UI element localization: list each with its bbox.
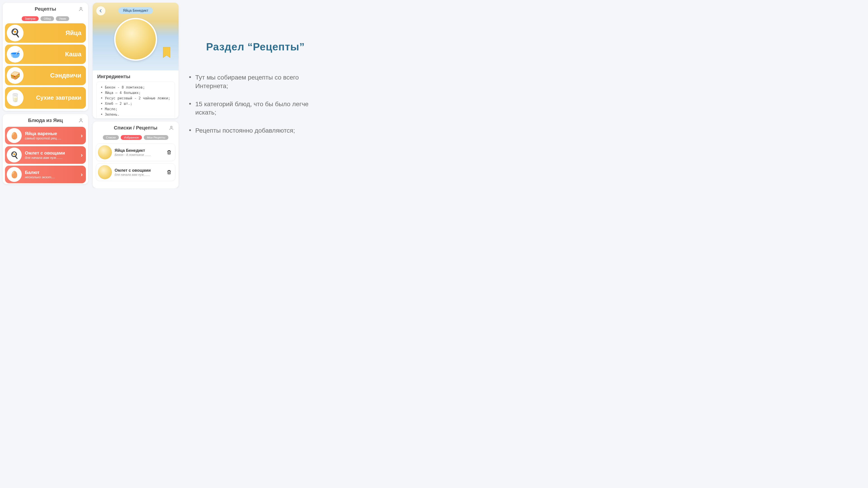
tab-lists[interactable]: Списки bbox=[103, 135, 119, 140]
ingredient-line: • Хлеб — 2 шт.; bbox=[101, 101, 170, 106]
delete-button[interactable] bbox=[166, 169, 173, 175]
section-title: Раздел “Рецепты” bbox=[188, 41, 323, 53]
meal-filter-row: Завтрак Обед Ужин bbox=[3, 16, 88, 21]
chevron-right-icon: › bbox=[81, 171, 83, 178]
recipes-screen: Рецепты Завтрак Обед Ужин 🍳 Яйца 🥣 Каша … bbox=[3, 3, 88, 111]
profile-icon[interactable] bbox=[168, 125, 175, 131]
category-label: Сэндвичи bbox=[24, 72, 81, 78]
dish-text: Балют несколько экзот.... bbox=[22, 170, 81, 179]
info-bullets: Тут мы собираем рецепты со всего Интерне… bbox=[188, 73, 323, 135]
favorite-text: Омлет с овощами для начала вам нуж......… bbox=[112, 168, 166, 176]
favorite-row[interactable]: Омлет с овощами для начала вам нуж......… bbox=[96, 163, 176, 181]
ingredient-line: • Уксус рисовый - 2 чайные ложки; bbox=[101, 96, 170, 101]
favorite-subtitle: Бекон - 8 ломтиков ....... bbox=[115, 153, 166, 157]
lists-tab-row: Списки Избранное Мои Рецепты bbox=[93, 135, 179, 140]
bookmark-icon[interactable] bbox=[162, 46, 171, 58]
filter-lunch[interactable]: Обед bbox=[40, 16, 54, 21]
egg-dishes-screen: Блюда из Яиц 🥚 Яйца вареные самый просто… bbox=[3, 114, 88, 184]
dish-subtitle: несколько экзот.... bbox=[25, 175, 81, 179]
recipes-title: Рецепты bbox=[35, 6, 56, 12]
back-button[interactable] bbox=[96, 6, 105, 15]
tab-my-recipes[interactable]: Мои Рецепты bbox=[144, 135, 168, 140]
lists-header: Списки / Рецепты bbox=[93, 122, 179, 134]
category-thumb: 🥣 bbox=[7, 46, 24, 63]
dish-text: Яйца вареные самый простой рец..... bbox=[22, 131, 81, 140]
profile-icon[interactable] bbox=[78, 6, 84, 12]
recipes-header: Рецепты bbox=[3, 3, 88, 15]
dish-text: Омлет с овощами для начала вам нуж......… bbox=[22, 151, 81, 160]
svg-point-2 bbox=[170, 126, 172, 128]
ingredient-line: • Масло; bbox=[101, 106, 170, 112]
category-label: Каша bbox=[24, 51, 81, 57]
chevron-right-icon: › bbox=[81, 152, 83, 159]
dish-thumb: 🍳 bbox=[7, 148, 22, 162]
egg-dishes-header: Блюда из Яиц bbox=[3, 114, 88, 127]
dish-thumb: 🥚 bbox=[7, 128, 22, 143]
ingredient-line: • Зелень. bbox=[101, 112, 170, 117]
favorite-thumb bbox=[98, 145, 112, 159]
info-panel: Раздел “Рецепты” Тут мы собираем рецепты… bbox=[181, 0, 335, 188]
dish-list: 🥚 Яйца вареные самый простой рец..... › … bbox=[3, 127, 88, 183]
info-bullet: Рецепты постоянно добавляются; bbox=[188, 126, 323, 135]
chevron-right-icon: › bbox=[81, 132, 83, 139]
recipe-title-pill: Яйца Бенедикт bbox=[119, 7, 153, 14]
info-bullet: 15 категорий блюд, что бы было легче иск… bbox=[188, 100, 323, 117]
profile-icon[interactable] bbox=[78, 117, 84, 124]
category-thumb: 🥪 bbox=[7, 67, 24, 84]
favorite-row[interactable]: Яйца Бенедикт Бекон - 8 ломтиков ....... bbox=[96, 143, 176, 161]
lists-title: Списки / Рецепты bbox=[114, 125, 158, 131]
category-sandwiches[interactable]: 🥪 Сэндвичи bbox=[5, 66, 86, 85]
category-label: Сухие завтраки bbox=[24, 95, 81, 101]
dish-title: Омлет с овощами bbox=[25, 151, 81, 156]
recipe-detail-screen: Яйца Бенедикт Ингредиенты • Бекон - 8 ло… bbox=[93, 3, 179, 119]
category-thumb: 🍳 bbox=[7, 25, 24, 41]
ingredients-box: • Бекон - 8 ломтиков; • Яйца — 4 больших… bbox=[96, 81, 175, 119]
favorite-thumb bbox=[98, 165, 112, 179]
category-label: Яйца bbox=[24, 30, 81, 36]
filter-dinner[interactable]: Ужин bbox=[56, 16, 69, 21]
egg-dishes-title: Блюда из Яиц bbox=[28, 118, 63, 123]
recipe-hero-image bbox=[114, 18, 157, 61]
favorite-title: Яйца Бенедикт bbox=[115, 148, 166, 153]
favorites-list: Яйца Бенедикт Бекон - 8 ломтиков .......… bbox=[93, 142, 179, 181]
dish-omelette[interactable]: 🍳 Омлет с овощами для начала вам нуж....… bbox=[5, 146, 86, 164]
recipe-hero: Яйца Бенедикт bbox=[93, 3, 179, 70]
dish-subtitle: для начала вам нуж....... bbox=[25, 156, 81, 160]
lists-screen: Списки / Рецепты Списки Избранное Мои Ре… bbox=[93, 122, 179, 188]
dish-boiled-eggs[interactable]: 🥚 Яйца вареные самый простой рец..... › bbox=[5, 127, 86, 144]
dish-thumb: 🥚 bbox=[7, 167, 22, 182]
filter-breakfast[interactable]: Завтрак bbox=[22, 16, 39, 21]
ingredient-line: • Бекон - 8 ломтиков; bbox=[101, 85, 170, 90]
dish-subtitle: самый простой рец..... bbox=[25, 136, 81, 140]
category-cereals[interactable]: 🥛 Сухие завтраки bbox=[5, 87, 86, 109]
category-list: 🍳 Яйца 🥣 Каша 🥪 Сэндвичи 🥛 Сухие завтрак… bbox=[3, 23, 88, 111]
dish-balut[interactable]: 🥚 Балют несколько экзот.... › bbox=[5, 166, 86, 183]
delete-button[interactable] bbox=[166, 149, 173, 156]
ingredient-line: • Яйца — 4 больших; bbox=[101, 90, 170, 96]
dish-title: Балют bbox=[25, 170, 81, 175]
dish-title: Яйца вареные bbox=[25, 131, 81, 136]
category-porridge[interactable]: 🥣 Каша bbox=[5, 44, 86, 64]
favorite-text: Яйца Бенедикт Бекон - 8 ломтиков ....... bbox=[112, 148, 166, 157]
svg-point-1 bbox=[80, 119, 82, 121]
info-bullet: Тут мы собираем рецепты со всего Интерне… bbox=[188, 73, 323, 90]
tab-favorites[interactable]: Избранное bbox=[121, 135, 142, 140]
category-eggs[interactable]: 🍳 Яйца bbox=[5, 23, 86, 43]
category-thumb: 🥛 bbox=[7, 90, 24, 106]
ingredients-heading: Ингредиенты bbox=[93, 70, 179, 81]
favorite-title: Омлет с овощами bbox=[115, 168, 166, 173]
favorite-subtitle: для начала вам нуж....... bbox=[115, 173, 166, 176]
svg-point-0 bbox=[80, 7, 82, 9]
